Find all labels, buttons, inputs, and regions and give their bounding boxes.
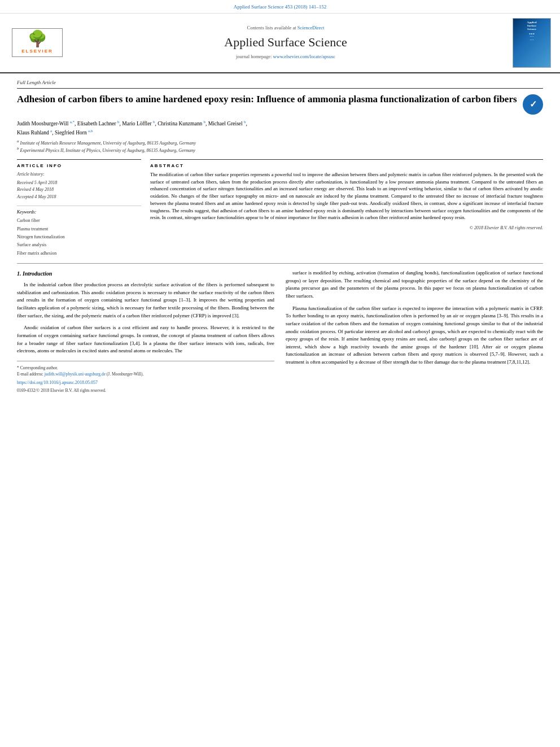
intro-para-1: In the industrial carbon fiber productio… <box>17 281 274 320</box>
article-content: Full Length Article Adhesion of carbon f… <box>0 73 560 400</box>
elsevier-name: ELSEVIER <box>15 48 60 54</box>
body-left-column: 1. Introduction In the industrial carbon… <box>17 269 274 394</box>
article-info-column: ARTICLE INFO Article history: Received 5… <box>17 159 141 258</box>
journal-right-logo: AppliedSurfaceScience ■ ■ ■▪ ▪ ▪▪ ▪ ▪ <box>506 18 551 68</box>
keywords-list: Carbon fiber Plasma treatment Nitrogen f… <box>17 217 141 257</box>
homepage-link[interactable]: www.elsevier.com/locate/apsusc <box>273 54 335 59</box>
article-history: Article history: Received 5 April 2018 R… <box>17 171 141 201</box>
abstract-heading: ABSTRACT <box>150 160 543 171</box>
section-divider <box>17 263 543 264</box>
footnote-area: * Corresponding author. E-mail address: … <box>17 361 274 394</box>
journal-center: Contents lists available at ScienceDirec… <box>71 25 500 60</box>
body-right-column: surface is modified by etching, activati… <box>286 269 543 394</box>
doi-line: https://doi.org/10.1016/j.apsusc.2018.05… <box>17 379 274 386</box>
email-line: E-mail address: judith.will@physik.uni-a… <box>17 371 274 377</box>
intro-para-2: Anodic oxidation of carbon fiber surface… <box>17 324 274 355</box>
elsevier-tree-icon: 🌳 <box>15 31 60 47</box>
article-info-heading: ARTICLE INFO <box>17 160 141 171</box>
abstract-text: The modification of carbon fiber surface… <box>150 171 543 221</box>
article-title: Adhesion of carbon fibers to amine harde… <box>17 93 517 106</box>
journal-cover-thumbnail: AppliedSurfaceScience ■ ■ ■▪ ▪ ▪▪ ▪ ▪ <box>513 18 551 68</box>
homepage-line: journal homepage: www.elsevier.com/locat… <box>71 54 500 60</box>
corresponding-author-label: * Corresponding author. <box>17 365 274 371</box>
keywords-section: Keywords: Carbon fiber Plasma treatment … <box>17 206 141 257</box>
authors-line: Judith Moosburger-Will a,*, Elisabeth La… <box>17 119 543 137</box>
journal-citation: Applied Surface Science 453 (2018) 141–1… <box>0 0 560 14</box>
issn-line: 0169-4332/© 2018 Elsevier B.V. All right… <box>17 387 274 394</box>
affiliations: a Institute of Materials Resource Manage… <box>17 139 543 154</box>
author-email-link[interactable]: judith.will@physik.uni-augsburg.de <box>45 372 106 377</box>
abstract-column: ABSTRACT The modification of carbon fibe… <box>150 159 543 258</box>
article-type-label: Full Length Article <box>17 79 56 86</box>
citation-text: Applied Surface Science 453 (2018) 141–1… <box>234 4 327 10</box>
right-para-1: surface is modified by etching, activati… <box>286 269 543 300</box>
copyright-line: © 2018 Elsevier B.V. All rights reserved… <box>150 221 543 231</box>
journal-title: Applied Surface Science <box>71 34 500 51</box>
article-type: Full Length Article <box>17 79 543 89</box>
journal-header: 🌳 ELSEVIER Contents lists available at S… <box>0 14 560 73</box>
introduction-section: 1. Introduction In the industrial carbon… <box>17 269 543 394</box>
doi-link[interactable]: https://doi.org/10.1016/j.apsusc.2018.05… <box>17 380 98 385</box>
elsevier-logo: 🌳 ELSEVIER <box>9 28 65 57</box>
article-info-abstract: ARTICLE INFO Article history: Received 5… <box>17 159 543 258</box>
intro-section-title: 1. Introduction <box>17 269 274 278</box>
article-title-row: Adhesion of carbon fibers to amine harde… <box>17 93 543 115</box>
sciencedirect-link[interactable]: ScienceDirect <box>298 25 325 30</box>
right-para-2: Plasma functionalization of the carbon f… <box>286 305 543 366</box>
contents-line: Contents lists available at ScienceDirec… <box>71 25 500 32</box>
crossmark-icon[interactable]: ✓ <box>523 94 543 115</box>
